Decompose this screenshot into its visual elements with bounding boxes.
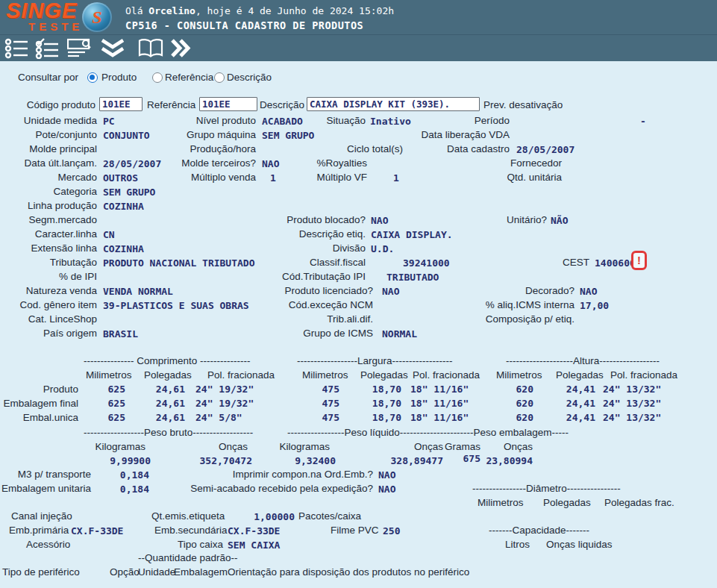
comprimento-pol-header: Polegadas [144,369,192,381]
codigo-produto-input[interactable] [99,97,143,111]
dim-row-produto-label: Produto [43,384,78,395]
grupo-icms-label: Grupo de ICMS [303,328,373,339]
produto-licenciado-label: Produto licenciado? [284,285,373,296]
multiplo-venda-value: 1 [270,172,276,184]
capacidade-section-title: -------Capacidade------- [489,525,589,536]
multiplo-vf-label: Múltiplo VF [316,172,367,183]
segm-mercado-label: Segm.mercado [28,214,97,225]
ciclo-total-label: Ciclo total(s) [347,143,403,154]
quantidade-padrao-section-title: --Quantidade padrão-- [138,552,238,563]
largura-embunica-pol: 18,70 [372,412,401,423]
cod-genero-item-value: 39-PLASTICOS E SUAS OBRAS [103,300,249,311]
altura-produto-mm: 620 [516,384,533,395]
situacao-value: Inativo [370,116,411,127]
comprimento-embfinal-frac: 24" 19/32" [195,398,254,409]
largura-embfinal-frac: 18" 11/16" [410,398,469,409]
singe-badge-icon: S [82,2,112,32]
grupo-icms-value: NORMAL [382,328,417,340]
comprimento-embunica-frac: 24" 5/8" [195,412,242,423]
peso-embalagem-section-title: -----Peso embalagem----- [457,427,569,438]
largura-produto-frac: 18" 11/16" [410,384,469,395]
divisao-label: Divisão [333,243,366,254]
peso-liquido-kg-header: Kilogramas [279,441,330,452]
prev-desativacao-label: Prev. desativação [483,99,563,110]
producao-hora-label: Produção/hora [190,143,256,154]
diametro-section-title: ----------------Diâmetro---------------- [472,483,621,494]
radio-produto[interactable] [87,72,98,83]
unidade-medida-label: Unidade medida [24,115,97,126]
altura-produto-pol: 24,41 [566,384,595,395]
altura-pol-header: Polegadas [556,369,604,381]
pct-ipi-label: % de IPI [59,271,97,282]
tributacao-value: PRODUTO NACIONAL TRIBUTADO [103,257,255,269]
referencia-input[interactable] [199,97,257,111]
qtd-unitaria-label: Qtd. unitária [507,172,562,183]
altura-embfinal-pol: 24,41 [566,398,595,409]
extensao-linha-value: COZINHA [103,243,144,254]
book-icon[interactable] [137,38,164,59]
molde-terceiros-value: NAO [262,158,279,169]
pote-conjunto-label: Pote/conjunto [35,129,97,140]
radio-descricao-label[interactable]: Descrição [227,72,272,83]
semi-acabado-label: Semi-acabado recebido pela expedição? [190,483,373,494]
dim-row-embal-unica-label: Embal.unica [23,412,78,423]
menu-list-icon[interactable] [4,38,31,59]
largura-embunica-frac: 18" 11/16" [410,412,469,423]
form-search-icon[interactable] [67,38,94,59]
imprimir-compon-value: NAO [378,469,395,481]
radio-descricao[interactable] [214,72,225,83]
categoria-value: SEM GRUPO [103,187,155,198]
trib-ali-dif-label: Trib.ali.dif. [327,313,373,325]
radio-referencia-label[interactable]: Referência [165,72,213,83]
royalties-label: %Royalties [316,157,367,169]
qt-emis-etiqueta-label: Qt.emis.etiqueta [151,510,225,522]
peso-liquido-oncas-header: Onças [414,441,443,452]
descricao-input[interactable] [307,97,480,111]
peso-embalagem-gramas-header: Gramas [445,441,480,452]
comprimento-frac-header: Pol. fracionada [207,369,275,381]
double-chevron-right-icon[interactable] [169,38,192,59]
data-ult-lancam-label: Data últ.lançam. [24,157,97,169]
fornecedor-label: Fornecedor [510,157,562,169]
linha-producao-value: COZINHA [103,201,144,212]
comprimento-embunica-pol: 24,61 [156,412,185,423]
comprimento-produto-frac: 24" 19/32" [195,384,254,395]
altura-produto-frac: 24" 13/32" [603,384,661,395]
classif-fiscal-label: Classif.fiscal [310,257,366,268]
peso-bruto-kg-header: Kilogramas [95,441,145,452]
radio-referencia[interactable] [152,72,163,83]
diametro-mm-header: Milimetros [478,497,524,508]
largura-section-title: ------------------Largura---------------… [297,355,452,366]
double-chevron-down-icon[interactable] [99,38,126,59]
tipo-caixa-value: SEM CAIXA [228,539,280,551]
semi-acabado-value: NAO [378,484,395,495]
largura-produto-pol: 18,70 [372,384,401,395]
greeting-text: Olá Orcelino, hoje é 4 de Junho de 2024 … [125,5,394,16]
produto-licenciado-value: NAO [382,286,399,297]
comprimento-produto-mm: 625 [108,384,125,395]
composicao-etiq-label: Composição p/ etiq. [486,313,574,325]
consultar-por-label: Consultar por [18,72,78,83]
cp516-screen: { "header": { "logo_top": "SINGE", "logo… [0,0,717,588]
comprimento-embfinal-pol: 24,61 [156,398,185,409]
altura-embfinal-frac: 24" 13/32" [603,398,661,409]
peso-liquido-kg-value: 9,32400 [295,455,336,466]
filme-pvc-value: 250 [383,525,400,537]
data-cadastro-value: 28/05/2007 [516,144,574,155]
caracter-linha-value: CN [103,229,115,240]
greeting-username: Orcelino [148,5,195,16]
peso-embalagem-oncas-header: Onças [504,441,533,452]
comprimento-mm-header: Milimetros [86,369,132,381]
produto-blocado-value: NAO [371,215,388,226]
periodo-value: - [640,116,646,127]
screen-title: CP516 - CONSULTA CADASTRO DE PRODUTOS [125,19,363,31]
checklist-icon[interactable] [35,38,62,59]
unitario-label: Unitário? [507,214,547,225]
peso-bruto-oncas-value: 352,70472 [200,455,252,466]
cest-alert-icon[interactable]: ! [631,251,647,270]
peso-bruto-kg-value: 9,99900 [110,455,151,466]
data-cadastro-label: Data cadastro [447,143,510,154]
peso-bruto-oncas-header: Onças [219,441,248,452]
canal-injecao-label: Canal injeção [11,510,72,522]
radio-produto-label[interactable]: Produto [101,72,137,83]
